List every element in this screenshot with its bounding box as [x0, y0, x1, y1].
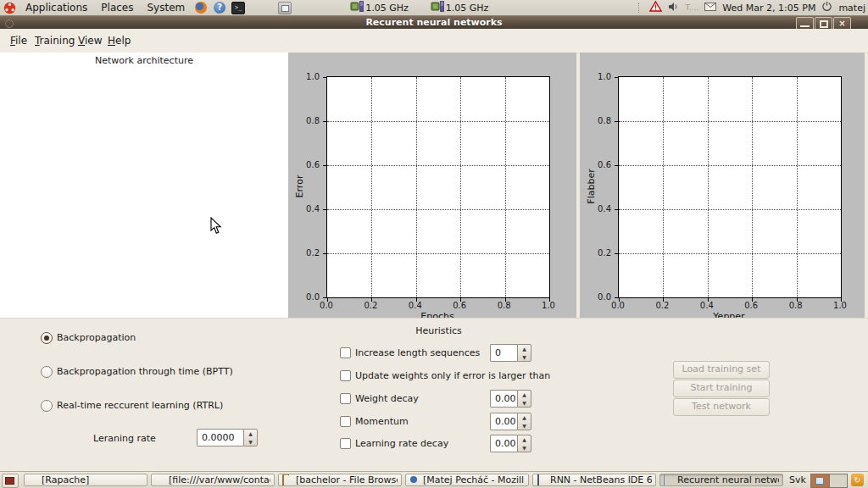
momentum-spinner[interactable]: 0.00 ▲▼ — [490, 413, 531, 430]
start-training-button[interactable]: Start training — [673, 380, 770, 397]
gridline — [460, 77, 461, 297]
menu-help[interactable]: Help — [108, 35, 131, 47]
menu-training[interactable]: Training — [35, 35, 75, 47]
taskbar-item-netbeans[interactable]: RNN - NetBeans IDE 6... — [532, 474, 656, 486]
x-tick-label: 0.0 — [611, 301, 625, 310]
firefox-launcher-icon[interactable] — [194, 1, 208, 14]
spin-down-icon[interactable]: ▼ — [518, 399, 531, 408]
y-axis-label: Flabber — [586, 169, 597, 203]
checkbox-lr-decay[interactable] — [340, 438, 351, 449]
taskbar-item-bachelor-folder[interactable]: [bachelor - File Browser] — [278, 474, 402, 486]
y-tick-label: 1.0 — [306, 72, 320, 81]
menu-file[interactable]: File — [10, 35, 27, 47]
checkbox-weight-decay[interactable] — [340, 393, 351, 404]
taskbar-item-rapache[interactable]: [Rapache] — [24, 474, 147, 486]
y-tick-label: 0.8 — [306, 116, 320, 125]
clock[interactable]: Wed Mar 2, 1:05 PM — [722, 3, 815, 14]
spin-up-icon[interactable]: ▲ — [518, 391, 531, 399]
window-menu-bar: File Training View Help — [0, 29, 868, 53]
load-training-set-button[interactable]: Load training set — [673, 361, 770, 379]
top-panel: Applications Places System ? >_ 1.05 GHz… — [0, 0, 868, 16]
spin-down-icon[interactable]: ▼ — [518, 422, 531, 430]
checkbox-lr-decay-label: Learning rate decay — [355, 438, 448, 449]
y-tick-label: 0.6 — [306, 160, 320, 169]
taskbar-item-recurrent-nn[interactable]: Recurent neural netwo... — [659, 474, 783, 486]
lr-decay-spinner[interactable]: 0.00 ▲▼ — [490, 435, 531, 452]
power-icon[interactable] — [821, 1, 832, 14]
x-tick-label: 0.6 — [744, 301, 758, 310]
spin-up-icon[interactable]: ▲ — [518, 435, 531, 444]
spinner-buttons[interactable]: ▲▼ — [517, 435, 531, 452]
tray-grip[interactable] — [638, 3, 642, 13]
file-manager-icon — [155, 475, 165, 485]
taskbar-item-mozilla[interactable]: [Matej Pecháč - Mozill... — [405, 474, 529, 486]
warning-icon[interactable] — [649, 1, 662, 14]
tray-status-text: T.... — [685, 3, 698, 12]
user-name[interactable]: matej — [838, 3, 865, 14]
radio-rtrl-label: Real-time reccurent learning (RTRL) — [57, 400, 223, 411]
increase-length-value[interactable]: 0 — [490, 344, 517, 362]
spinner-buttons[interactable]: ▲▼ — [517, 390, 531, 408]
y-tick-label: 0.4 — [598, 204, 611, 214]
x-tick-label: 0.6 — [453, 301, 466, 310]
weight-decay-spinner[interactable]: 0.00 ▲▼ — [490, 390, 531, 408]
terminal-launcher-icon[interactable]: >_ — [231, 1, 245, 14]
spin-up-icon[interactable]: ▲ — [518, 345, 531, 353]
radio-rtrl[interactable] — [41, 400, 53, 412]
spin-up-icon[interactable]: ▲ — [244, 430, 257, 438]
mail-icon[interactable] — [704, 3, 716, 14]
spin-down-icon[interactable]: ▼ — [518, 444, 531, 452]
learning-rate-spinner[interactable]: 0.0000 ▲▼ — [197, 429, 258, 446]
checkbox-increase-length[interactable] — [340, 347, 351, 358]
test-network-button[interactable]: Test network — [673, 398, 770, 416]
x-tick-label: 1.0 — [833, 301, 847, 310]
y-tick-label: 0.8 — [598, 116, 611, 125]
keyboard-layout-indicator[interactable]: Svk — [789, 474, 806, 485]
increase-length-spinner[interactable]: 0 ▲▼ — [490, 344, 531, 362]
window-title-bar[interactable]: Recurent neural networks × — [0, 15, 868, 30]
heuristics-title: Heuristics — [339, 325, 538, 336]
tick-mark — [615, 77, 618, 78]
menu-view[interactable]: View — [78, 35, 102, 47]
menu-system[interactable]: System — [140, 0, 192, 15]
menu-applications[interactable]: Applications — [19, 0, 94, 15]
cpu-frequency-applet[interactable]: 1.05 GHz — [350, 1, 409, 14]
lr-decay-value[interactable]: 0.00 — [490, 435, 517, 452]
help-launcher-icon[interactable]: ? — [213, 1, 226, 14]
gridline — [619, 121, 841, 122]
cpu-frequency-applet-2[interactable]: 1.05 GHz — [431, 1, 489, 14]
folder-icon — [282, 475, 292, 485]
spin-down-icon[interactable]: ▼ — [244, 438, 257, 446]
y-tick-label: 0.0 — [306, 292, 320, 302]
volume-icon[interactable] — [668, 2, 679, 14]
spinner-buttons[interactable]: ▲▼ — [243, 429, 258, 446]
tick-mark — [615, 209, 618, 210]
canvas-title: Network architecture — [0, 55, 288, 66]
menu-places[interactable]: Places — [94, 0, 140, 15]
checkbox-momentum[interactable] — [340, 416, 351, 427]
tick-mark — [615, 165, 618, 166]
show-desktop-button[interactable] — [2, 474, 19, 488]
weight-decay-value[interactable]: 0.00 — [490, 390, 517, 408]
learning-rate-label: Leraning rate — [93, 433, 156, 444]
taskbar-item-file-browser-url[interactable]: [file:///var/www/contac... — [151, 474, 275, 486]
screenshot-launcher-icon[interactable] — [278, 1, 292, 14]
x-tick-label: 0.0 — [320, 301, 333, 310]
spin-up-icon[interactable]: ▲ — [518, 413, 531, 422]
trash-icon[interactable]: ↻ — [851, 474, 864, 486]
checkbox-weight-decay-label: Weight decay — [355, 393, 419, 404]
firefox-icon — [409, 475, 420, 485]
spinner-buttons[interactable]: ▲▼ — [517, 413, 531, 430]
spin-down-icon[interactable]: ▼ — [518, 353, 531, 362]
workspace-1[interactable] — [811, 474, 829, 487]
checkbox-update-weights[interactable] — [340, 370, 351, 381]
y-axis-label: Error — [294, 175, 305, 198]
network-architecture-canvas[interactable]: Network architecture — [0, 53, 288, 318]
ubuntu-logo-icon[interactable] — [3, 1, 16, 14]
radio-bptt[interactable] — [41, 366, 53, 378]
radio-backpropagation[interactable] — [41, 332, 53, 344]
momentum-value[interactable]: 0.00 — [490, 413, 517, 430]
spinner-buttons[interactable]: ▲▼ — [517, 344, 531, 362]
workspace-2[interactable] — [829, 474, 848, 487]
learning-rate-value[interactable]: 0.0000 — [197, 429, 243, 446]
